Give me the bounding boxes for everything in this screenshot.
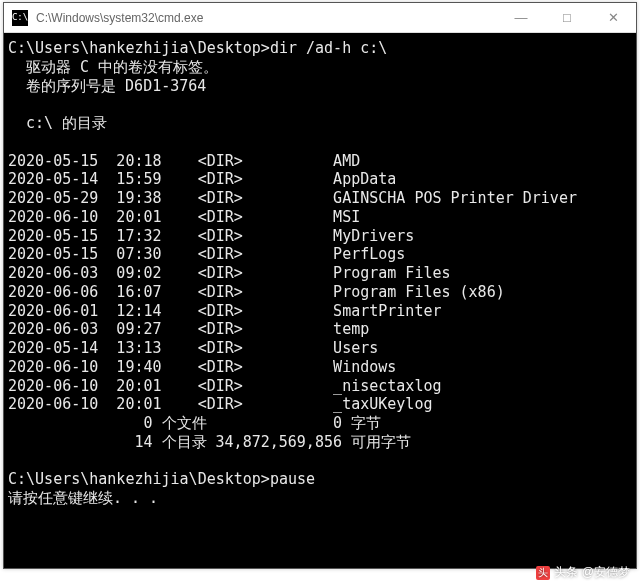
minimize-button[interactable]: — <box>498 3 544 32</box>
console-output[interactable]: C:\Users\hankezhijia\Desktop>dir /ad-h c… <box>4 33 636 568</box>
cmd-window: C:\ C:\Windows\system32\cmd.exe — □ ✕ C:… <box>3 2 637 569</box>
watermark-text: 头条 @安德梦 <box>554 565 630 579</box>
watermark-logo-icon: 头 <box>536 566 550 580</box>
titlebar[interactable]: C:\ C:\Windows\system32\cmd.exe — □ ✕ <box>4 3 636 33</box>
window-title: C:\Windows\system32\cmd.exe <box>36 11 498 25</box>
close-button[interactable]: ✕ <box>590 3 636 32</box>
cmd-icon: C:\ <box>12 10 28 26</box>
maximize-button[interactable]: □ <box>544 3 590 32</box>
watermark: 头头条 @安德梦 <box>536 564 630 581</box>
window-controls: — □ ✕ <box>498 3 636 32</box>
